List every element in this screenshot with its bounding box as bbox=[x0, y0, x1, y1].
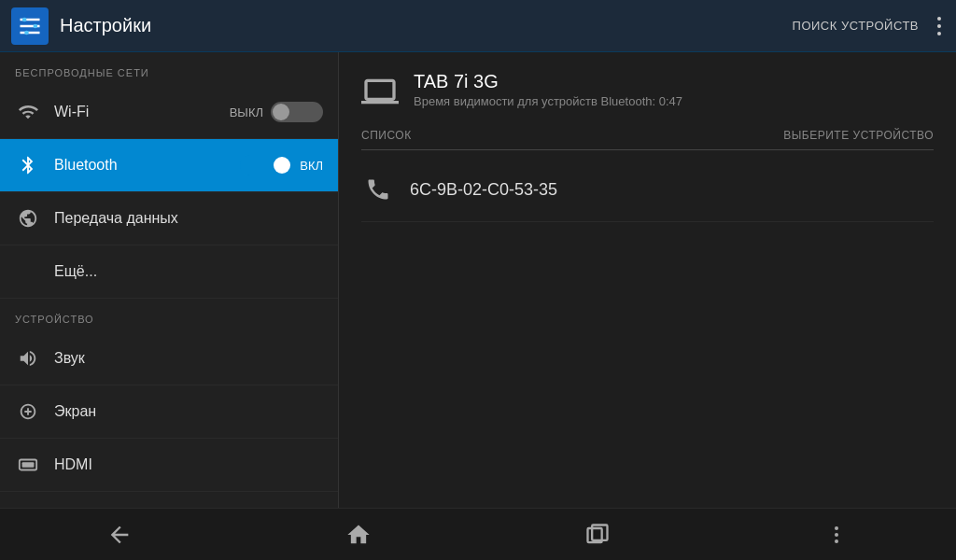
more-nav-button[interactable] bbox=[808, 514, 865, 555]
header-right: ПОИСК УСТРОЙСТВ bbox=[793, 13, 945, 39]
list-col2-label: ВЫБЕРИТЕ УСТРОЙСТВО bbox=[783, 129, 934, 142]
wifi-toggle-thumb bbox=[273, 104, 289, 120]
data-label: Передача данных bbox=[54, 210, 323, 227]
wifi-label: Wi-Fi bbox=[54, 104, 230, 120]
wifi-toggle-label: ВЫКЛ bbox=[230, 105, 263, 119]
section-wireless-label: БЕСПРОВОДНЫЕ СЕТИ bbox=[0, 52, 338, 86]
sidebar-item-display[interactable]: Экран bbox=[0, 385, 338, 439]
phone-icon bbox=[361, 173, 395, 206]
device-info: TAB 7i 3G Время видимости для устройств … bbox=[414, 71, 682, 108]
list-item[interactable]: 6С-9В-02-С0-53-35 bbox=[361, 158, 934, 222]
search-devices-button[interactable]: ПОИСК УСТРОЙСТВ bbox=[793, 19, 919, 33]
memory-icon bbox=[15, 505, 41, 508]
list-header: СПИСОК ВЫБЕРИТЕ УСТРОЙСТВО bbox=[361, 129, 934, 150]
sound-label: Звук bbox=[54, 350, 323, 367]
sidebar-item-sound[interactable]: Звук bbox=[0, 332, 338, 385]
svg-point-7 bbox=[835, 526, 838, 530]
svg-rect-4 bbox=[22, 462, 35, 468]
header-left: Настройки bbox=[11, 7, 151, 45]
wifi-toggle[interactable]: ВЫКЛ bbox=[230, 102, 323, 122]
more-label: Ещё... bbox=[54, 263, 323, 280]
list-col1-label: СПИСОК bbox=[361, 129, 412, 142]
svg-point-0 bbox=[22, 17, 27, 21]
bluetooth-toggle-label: ВКЛ bbox=[300, 159, 323, 173]
sidebar-item-wifi[interactable]: Wi-Fi ВЫКЛ bbox=[0, 86, 338, 139]
display-icon bbox=[15, 399, 41, 425]
home-button[interactable] bbox=[330, 514, 387, 555]
more-options-button[interactable] bbox=[934, 13, 945, 39]
section-device-label: УСТРОЙСТВО bbox=[0, 299, 338, 332]
laptop-icon bbox=[361, 73, 399, 110]
sidebar: БЕСПРОВОДНЫЕ СЕТИ Wi-Fi ВЫКЛ bbox=[0, 52, 339, 508]
data-transfer-icon bbox=[15, 205, 41, 231]
sidebar-item-memory[interactable]: Память bbox=[0, 492, 338, 508]
svg-point-1 bbox=[34, 23, 38, 28]
sidebar-item-hdmi[interactable]: HDMI bbox=[0, 439, 338, 492]
device-name: TAB 7i 3G bbox=[414, 71, 682, 92]
bottom-nav bbox=[0, 508, 956, 560]
sidebar-item-bluetooth[interactable]: Bluetooth ВКЛ bbox=[0, 139, 338, 192]
bluetooth-label: Bluetooth bbox=[54, 157, 240, 174]
recents-button[interactable] bbox=[569, 514, 626, 555]
wifi-icon bbox=[15, 99, 41, 125]
svg-point-9 bbox=[835, 539, 838, 543]
sound-icon bbox=[15, 345, 41, 371]
main-layout: БЕСПРОВОДНЫЕ СЕТИ Wi-Fi ВЫКЛ bbox=[0, 52, 956, 508]
sidebar-item-data[interactable]: Передача данных bbox=[0, 192, 338, 245]
hdmi-icon bbox=[15, 452, 41, 478]
svg-point-2 bbox=[24, 30, 29, 35]
device-header: TAB 7i 3G Время видимости для устройств … bbox=[361, 71, 934, 110]
bluetooth-toggle-track[interactable] bbox=[240, 155, 292, 175]
wifi-toggle-track[interactable] bbox=[271, 102, 323, 122]
device-mac-address: 6С-9В-02-С0-53-35 bbox=[410, 180, 557, 200]
content-area: TAB 7i 3G Время видимости для устройств … bbox=[339, 52, 956, 508]
svg-point-8 bbox=[835, 533, 838, 537]
hdmi-label: HDMI bbox=[54, 456, 323, 473]
bluetooth-toggle[interactable]: ВКЛ bbox=[240, 155, 323, 175]
settings-icon bbox=[11, 7, 49, 45]
page-title: Настройки bbox=[60, 15, 151, 36]
bluetooth-icon bbox=[15, 152, 41, 178]
bluetooth-toggle-thumb bbox=[274, 157, 290, 174]
device-subtitle: Время видимости для устройств Bluetooth:… bbox=[414, 94, 682, 108]
sidebar-item-more[interactable]: Ещё... bbox=[0, 245, 338, 299]
more-icon bbox=[15, 259, 41, 285]
header: Настройки ПОИСК УСТРОЙСТВ bbox=[0, 0, 956, 52]
back-button[interactable] bbox=[91, 514, 148, 555]
display-label: Экран bbox=[54, 403, 323, 420]
